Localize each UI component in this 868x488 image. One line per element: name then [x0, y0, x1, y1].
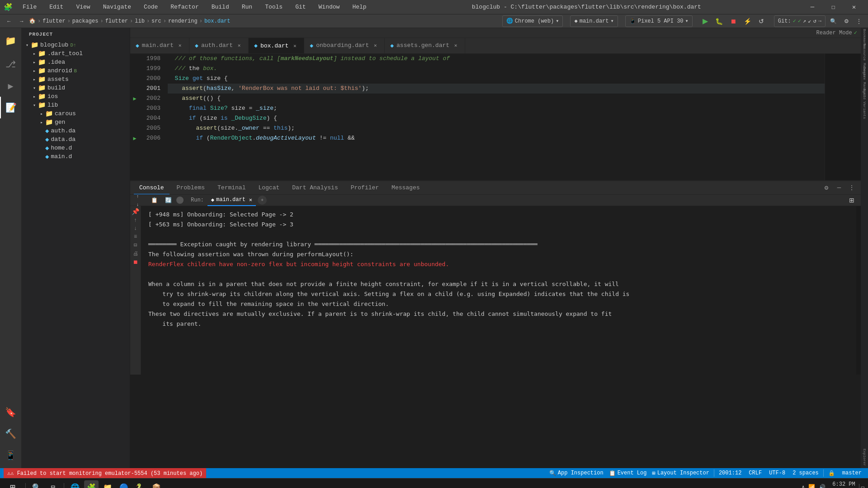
tree-item-main[interactable]: ◆ main.d: [22, 152, 130, 161]
hot-reload-button[interactable]: ⚡: [741, 16, 754, 26]
reader-mode-label[interactable]: Reader Mode: [816, 30, 852, 36]
menu-git[interactable]: Git: [291, 0, 310, 14]
tab-assets-gen-dart[interactable]: ◆ assets.gen.dart ✕: [385, 38, 465, 53]
console-icon-down[interactable]: ↓: [134, 225, 137, 232]
taskbar-taskview[interactable]: ⊟: [46, 480, 60, 488]
activity-bookmarks[interactable]: 🔖: [0, 401, 22, 423]
tab-close-main[interactable]: ✕: [176, 42, 184, 49]
run-tab-main[interactable]: ◆ main.dart ✕: [208, 195, 256, 206]
tab-close-onboarding[interactable]: ✕: [372, 42, 379, 49]
taskbar-app[interactable]: 📦: [149, 480, 164, 488]
tree-item-dart-tool[interactable]: ▸ 📁 .dart_tool: [22, 49, 130, 58]
console-icon-filter[interactable]: ⊟: [134, 242, 137, 249]
status-position[interactable]: 2001:12: [716, 470, 744, 476]
right-icon-explorer[interactable]: Explorer: [861, 448, 868, 466]
tree-item-carous[interactable]: ▸ 📁 carous: [22, 109, 130, 118]
hot-restart-button[interactable]: ↺: [756, 16, 767, 26]
tree-item-blogclub[interactable]: ▾ 📁 blogclub D↑: [22, 41, 130, 49]
panel-tab-profiler[interactable]: Profiler: [345, 182, 384, 194]
minimize-button[interactable]: ─: [802, 0, 823, 14]
right-icon-build-variants[interactable]: Build Variants: [861, 95, 868, 113]
tab-onboarding-dart[interactable]: ◆ onboarding.dart ✕: [304, 38, 385, 53]
git-button[interactable]: Git: ✓ ✓ ↗ ↙ ↺ →: [774, 15, 826, 27]
taskbar-python[interactable]: 🐍: [133, 480, 147, 488]
maximize-button[interactable]: ☐: [823, 0, 844, 14]
menu-tools[interactable]: Tools: [260, 0, 287, 14]
menu-build[interactable]: Build: [207, 0, 234, 14]
breadcrumb-packages[interactable]: packages: [72, 18, 99, 24]
breadcrumb-flutter2[interactable]: flutter: [105, 18, 128, 24]
menu-refactor[interactable]: Refactor: [166, 0, 203, 14]
console-filter[interactable]: 🔄: [162, 195, 175, 205]
add-run-tab[interactable]: +: [258, 196, 267, 205]
panel-tab-messages[interactable]: Messages: [386, 182, 425, 194]
breadcrumb-flutter[interactable]: flutter: [42, 18, 65, 24]
back-button[interactable]: ←: [4, 16, 14, 26]
status-encoding[interactable]: CRLF: [746, 470, 764, 476]
tree-item-gen[interactable]: ▸ 📁 gen: [22, 118, 130, 127]
console-expand[interactable]: ⊞: [846, 195, 857, 205]
run-config-chrome[interactable]: 🌐 Chrome (web) ▾: [502, 15, 563, 27]
activity-commit[interactable]: ⎇: [0, 53, 22, 75]
panel-minimize-button[interactable]: ─: [834, 183, 844, 193]
close-button[interactable]: ✕: [844, 0, 864, 14]
menu-help[interactable]: Help: [348, 0, 371, 14]
panel-settings-button[interactable]: ⚙: [821, 183, 832, 193]
stop-button[interactable]: ⏹: [727, 16, 739, 26]
run-button[interactable]: ▶: [700, 16, 711, 26]
settings-button[interactable]: ⚙: [841, 16, 852, 26]
run-config-main[interactable]: ◆ main.dart ▾: [570, 15, 618, 27]
status-layout-inspector[interactable]: ⊞ Layout Inspector: [649, 470, 712, 477]
console-icon-list[interactable]: ≡: [134, 234, 137, 240]
taskbar-files[interactable]: 📁: [100, 480, 115, 488]
debug-button[interactable]: 🐛: [712, 16, 726, 26]
menu-view[interactable]: View: [71, 0, 94, 14]
search-button[interactable]: 🔍: [827, 16, 840, 26]
run-config-device[interactable]: 📱 Pixel 5 API 30 ▾: [625, 15, 693, 27]
tree-item-build[interactable]: ▾ 📁 build: [22, 84, 130, 92]
tab-close-assets[interactable]: ✕: [452, 42, 459, 49]
tab-close-auth[interactable]: ✕: [236, 42, 243, 49]
console-icon-stop[interactable]: ⏹: [133, 259, 138, 266]
status-vcs[interactable]: master: [840, 470, 864, 476]
status-charset[interactable]: UTF-8: [766, 470, 788, 476]
tab-box-dart[interactable]: ◆ box.dart ✕: [249, 38, 304, 53]
activity-project[interactable]: 📁: [0, 30, 22, 52]
start-button[interactable]: ⊞: [4, 480, 22, 488]
activity-editor[interactable]: 📝: [0, 97, 22, 118]
taskbar-search[interactable]: 🔍: [29, 480, 44, 488]
status-event-log[interactable]: 📋 Event Log: [606, 470, 650, 477]
tray-arrow[interactable]: ∧: [802, 484, 805, 488]
tree-item-home[interactable]: ◆ home.d: [22, 144, 130, 152]
menu-edit[interactable]: Edit: [45, 0, 68, 14]
console-scrollbar[interactable]: [856, 206, 861, 375]
tab-close[interactable]: ✕: [249, 197, 252, 203]
tab-auth-dart[interactable]: ◆ auth.dart ✕: [189, 38, 249, 53]
activity-build-variants[interactable]: 🔨: [0, 423, 22, 445]
menu-window[interactable]: Window: [314, 0, 344, 14]
breadcrumb-lib[interactable]: lib: [135, 18, 145, 24]
breadcrumb-file[interactable]: box.dart: [204, 18, 231, 24]
status-app-inspection[interactable]: 🔍 App Inspection: [547, 470, 606, 477]
menu-code[interactable]: Code: [139, 0, 162, 14]
panel-more-button[interactable]: ⋮: [846, 183, 857, 193]
tree-item-assets[interactable]: ▸ 📁 assets: [22, 75, 130, 84]
forward-button[interactable]: →: [16, 16, 27, 26]
console-scroll-up[interactable]: ↑: [134, 192, 143, 200]
tree-item-lib[interactable]: ▾ 📁 lib: [22, 101, 130, 109]
show-desktop[interactable]: ▭: [859, 484, 864, 488]
tab-main-dart[interactable]: ◆ main.dart ✕: [130, 38, 189, 53]
panel-tab-terminal[interactable]: Terminal: [212, 182, 251, 194]
activity-run[interactable]: ▶: [0, 75, 22, 97]
activity-device-manager[interactable]: 📱: [0, 445, 22, 466]
breadcrumb-rendering[interactable]: rendering: [168, 18, 198, 24]
breadcrumb-home[interactable]: 🏠: [29, 18, 36, 24]
tree-item-idea[interactable]: ▸ 📁 .idea: [22, 58, 130, 66]
tree-item-data[interactable]: ◆ data.da: [22, 135, 130, 144]
menu-file[interactable]: File: [18, 0, 41, 14]
status-indent[interactable]: 2 spaces: [790, 470, 821, 476]
panel-tab-logcat[interactable]: Logcat: [253, 182, 285, 194]
console-icon-up[interactable]: ↑: [134, 217, 137, 224]
taskbar-chrome[interactable]: 🔵: [117, 480, 131, 488]
panel-tab-dart-analysis[interactable]: Dart Analysis: [287, 182, 343, 194]
